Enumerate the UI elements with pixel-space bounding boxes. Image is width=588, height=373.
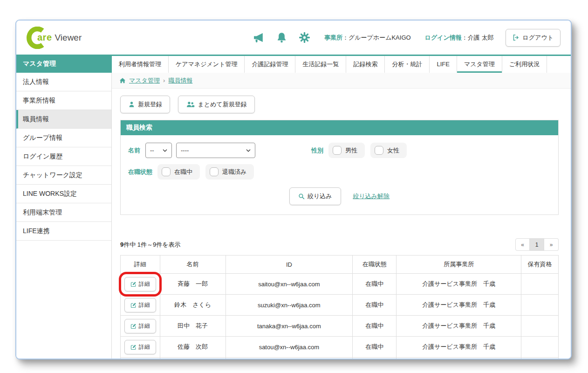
header-office: 所属事業所 xyxy=(397,256,521,274)
clear-filter-link[interactable]: 絞り込み解除 xyxy=(353,192,390,200)
sidebar-item-houjin-jouhou[interactable]: 法人情報 xyxy=(16,73,111,91)
status-cell: 在職中 xyxy=(353,274,397,295)
sidebar-item-line-works-settei[interactable]: LINE WORKS設定 xyxy=(16,185,111,203)
gender-female-label: 女性 xyxy=(387,146,399,155)
status-checkbox-retired[interactable]: 退職済み xyxy=(205,164,254,180)
header-id: ID xyxy=(226,256,353,274)
sidebar-item-riyou-tanmatsu-kanri[interactable]: 利用端末管理 xyxy=(16,203,111,222)
office-sep: ： xyxy=(342,34,349,41)
sidebar-item-login-rireki[interactable]: ログイン履歴 xyxy=(16,147,111,166)
filter-button[interactable]: 絞り込み xyxy=(289,187,341,205)
name-select-2[interactable]: ---- xyxy=(176,143,255,158)
people-icon xyxy=(186,101,195,108)
checkbox-icon xyxy=(210,167,219,176)
id-cell: saitou@xn--w6jaa.com xyxy=(226,274,353,295)
qualification-cell xyxy=(521,337,559,358)
header-qualification: 保有資格 xyxy=(521,256,559,274)
tab-kiroku-kensaku[interactable]: 記録検索 xyxy=(346,56,385,73)
office-label: 事業所 xyxy=(324,34,342,41)
detail-button[interactable]: 詳細 xyxy=(124,298,156,312)
nav-row: マスタ管理 利用者情報管理 ケアマネジメント管理 介護記録管理 生活記録一覧 記… xyxy=(16,55,571,73)
bulk-new-registration-button[interactable]: まとめて新規登録 xyxy=(178,96,254,113)
office-cell: 介護サービス事業所 千歳 xyxy=(397,295,521,316)
header-name: 名前 xyxy=(160,256,226,274)
breadcrumb-root-link[interactable]: マスタ管理 xyxy=(129,76,160,85)
detail-button[interactable]: 詳細 xyxy=(124,277,156,291)
app-window: are Viewer 事業所：グループホームKAIGO ログイン情報：介護 太郎… xyxy=(15,20,572,359)
tab-bunseki-toukei[interactable]: 分析・統計 xyxy=(385,56,430,73)
sidebar-title: マスタ管理 xyxy=(16,55,112,73)
tab-care-management-kanri[interactable]: ケアマネジメント管理 xyxy=(169,56,245,73)
detail-button[interactable]: 詳細 xyxy=(124,340,156,354)
qualification-cell xyxy=(521,274,559,295)
gender-checkbox-male[interactable]: 男性 xyxy=(328,143,365,158)
status-retired-label: 退職済み xyxy=(222,168,246,176)
logout-icon xyxy=(513,34,520,41)
status-checkbox-employed[interactable]: 在職中 xyxy=(157,164,200,180)
status-cell: 在職中 xyxy=(353,316,397,337)
status-cell: 在職中 xyxy=(353,295,397,316)
results-summary: 9件中 1件～9件を表示 xyxy=(120,241,181,249)
gear-icon[interactable] xyxy=(299,32,310,43)
chevron-down-icon xyxy=(163,149,167,152)
pagination-prev-button[interactable]: « xyxy=(515,238,530,251)
content: マスタ管理 › 職員情報 新規登録 まとめて新規登録 職員検索 xyxy=(112,73,571,359)
tab-master-kanri[interactable]: マスタ管理 xyxy=(457,56,502,73)
header-detail: 詳細 xyxy=(121,256,160,274)
office-cell: 介護サービス事業所 千歳 xyxy=(397,274,521,295)
login-value: 介護 太郎 xyxy=(468,34,494,41)
breadcrumb-current-link[interactable]: 職員情報 xyxy=(168,76,192,85)
person-icon xyxy=(128,101,135,108)
checkbox-icon xyxy=(162,167,171,176)
tab-life[interactable]: LIFE xyxy=(430,56,457,73)
logo-viewer-text: Viewer xyxy=(55,33,82,43)
status-cell: 在職中 xyxy=(353,358,397,360)
megaphone-icon[interactable] xyxy=(253,32,265,43)
checkbox-icon xyxy=(333,146,342,155)
detail-button-label: 詳細 xyxy=(139,280,150,288)
qualification-cell xyxy=(521,316,559,337)
edit-icon xyxy=(130,281,137,287)
tab-seikatsu-kiroku-ichiran[interactable]: 生活記録一覧 xyxy=(295,56,346,73)
content-inner: 新規登録 まとめて新規登録 職員検索 名前 -- xyxy=(112,89,571,359)
breadcrumb: マスタ管理 › 職員情報 xyxy=(112,73,571,89)
detail-button-label: 詳細 xyxy=(139,322,150,330)
detail-cell: 詳細 xyxy=(121,316,160,337)
status-cell: 在職中 xyxy=(353,337,397,358)
tab-goriyou-joukyou[interactable]: ご利用状況 xyxy=(502,56,547,73)
gender-label: 性別 xyxy=(311,146,323,155)
office-value: グループホームKAIGO xyxy=(349,34,411,41)
name-cell: 佐藤 次郎 xyxy=(160,337,226,358)
results-meta: 9件中 1件～9件を表示 « 1 » xyxy=(120,238,559,251)
detail-button[interactable]: 詳細 xyxy=(124,319,156,333)
sidebar-item-group-jouhou[interactable]: グループ情報 xyxy=(16,129,111,147)
detail-button-label: 詳細 xyxy=(139,343,150,351)
name-cell: 斉藤 一郎 xyxy=(160,274,226,295)
filter-button-label: 絞り込み xyxy=(308,192,332,200)
sidebar-item-life-renkei[interactable]: LIFE連携 xyxy=(16,222,111,241)
home-icon[interactable] xyxy=(119,77,126,84)
tab-riyousha-jouhou-kanri[interactable]: 利用者情報管理 xyxy=(112,56,169,73)
logout-button[interactable]: ログアウト xyxy=(506,29,561,47)
table-row: 詳細 田中 花子 tanaka@xn--w6jaa.com 在職中 介護サービス… xyxy=(121,316,559,337)
bulk-new-registration-label: まとめて新規登録 xyxy=(198,100,246,109)
name-select-2-value: ---- xyxy=(181,147,189,154)
sidebar-item-shokuin-jouhou[interactable]: 職員情報 xyxy=(16,110,111,129)
bell-icon[interactable] xyxy=(276,32,287,43)
edit-icon xyxy=(130,323,137,329)
tab-kaigo-kiroku-kanri[interactable]: 介護記録管理 xyxy=(245,56,295,73)
new-registration-button[interactable]: 新規登録 xyxy=(120,96,170,113)
employment-status-label: 在職状態 xyxy=(128,168,152,176)
main-tabs: 利用者情報管理 ケアマネジメント管理 介護記録管理 生活記録一覧 記録検索 分析… xyxy=(112,55,571,73)
sidebar-item-jigyousho-jouhou[interactable]: 事業所情報 xyxy=(16,91,111,110)
new-registration-label: 新規登録 xyxy=(138,100,162,109)
name-select-1[interactable]: -- xyxy=(145,143,172,158)
pagination-page-1-button[interactable]: 1 xyxy=(530,238,544,251)
sidebar-item-chatwork-settei[interactable]: チャットワーク設定 xyxy=(16,166,111,185)
name-cell: 鈴木 さくら xyxy=(160,295,226,316)
id-cell: suzuki@xn--w6jaa.com xyxy=(226,295,353,316)
gender-checkbox-female[interactable]: 女性 xyxy=(370,143,407,158)
pagination-next-button[interactable]: » xyxy=(544,238,559,251)
action-buttons: 新規登録 まとめて新規登録 xyxy=(120,96,559,113)
detail-cell: 詳細 xyxy=(121,295,160,316)
